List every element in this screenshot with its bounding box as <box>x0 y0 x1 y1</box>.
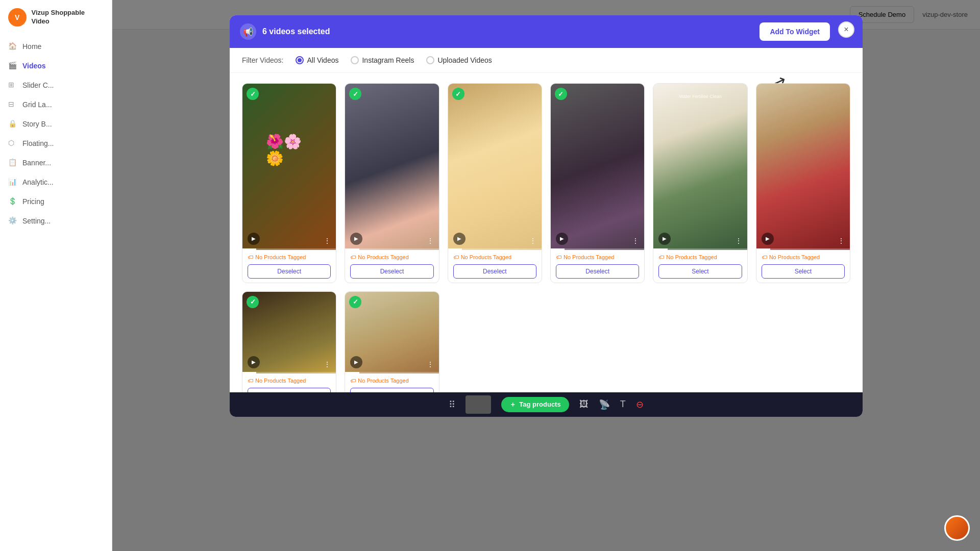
sidebar-item-pricing[interactable]: 💲 Pricing <box>0 192 112 211</box>
sidebar-label-floating: Floating... <box>22 139 54 147</box>
sidebar-item-banner[interactable]: 📋 Banner... <box>0 153 112 172</box>
radio-reels-circle <box>351 56 359 64</box>
filter-uploaded-videos[interactable]: Uploaded Videos <box>426 56 492 64</box>
thumbnail-preview <box>465 395 491 414</box>
tag-products-label: Tag products <box>519 400 560 408</box>
progress-3 <box>448 248 542 250</box>
more-btn-1[interactable]: ⋮ <box>324 237 331 245</box>
video-card-7: ✓ ▶ ⋮ 🏷 No Products Tagged <box>242 291 336 407</box>
tag-icon-3: 🏷 <box>453 254 459 260</box>
no-products-2: 🏷 No Products Tagged <box>350 254 433 260</box>
grid-icon: ⊟ <box>8 100 17 109</box>
sidebar-item-grid[interactable]: ⊟ Grid La... <box>0 95 112 114</box>
floating-icon: ⬡ <box>8 139 17 148</box>
select-btn-6[interactable]: Select <box>762 264 845 279</box>
overlay-text-5: Water Fertilise Clean <box>679 94 722 99</box>
video-footer-1: 🏷 No Products Tagged Deselect <box>242 250 336 283</box>
image-icon-bottom[interactable]: 🖼 <box>579 399 589 410</box>
play-btn-8[interactable]: ▶ <box>350 356 362 368</box>
deselect-btn-3[interactable]: Deselect <box>453 264 536 279</box>
filter-all-videos[interactable]: All Videos <box>296 56 338 64</box>
sidebar-item-analytics[interactable]: 📊 Analytic... <box>0 172 112 192</box>
more-btn-7[interactable]: ⋮ <box>324 360 331 368</box>
progress-fill-3 <box>448 248 462 250</box>
video-footer-2: 🏷 No Products Tagged Deselect <box>345 250 438 283</box>
tag-products-button[interactable]: ＋ Tag products <box>501 397 569 412</box>
check-badge-3: ✓ <box>452 88 464 100</box>
radio-all-inner <box>298 58 302 62</box>
modal-close-button[interactable]: × <box>838 21 854 38</box>
video-thumb-1: ✓ ▶ ⋮ <box>242 84 336 250</box>
no-products-label-2: No Products Tagged <box>358 254 408 260</box>
filter-instagram-reels[interactable]: Instagram Reels <box>351 56 414 64</box>
no-products-1: 🏷 No Products Tagged <box>248 254 331 260</box>
video-card-5: Water Fertilise Clean ▶ ⋮ 🏷 No <box>653 83 747 283</box>
check-badge-7: ✓ <box>247 296 259 308</box>
sidebar-item-story[interactable]: 🔒 Story B... <box>0 114 112 134</box>
select-btn-5[interactable]: Select <box>658 264 742 279</box>
sidebar-item-videos[interactable]: 🎬 Videos <box>0 56 112 76</box>
tag-icon-7: 🏷 <box>248 378 253 384</box>
text-icon-bottom[interactable]: T <box>620 399 626 410</box>
sidebar-item-floating[interactable]: ⬡ Floating... <box>0 134 112 153</box>
video-thumb-6: ▶ ⋮ <box>756 84 850 250</box>
sidebar-item-settings[interactable]: ⚙️ Setting... <box>0 211 112 231</box>
no-products-label-7: No Products Tagged <box>255 378 306 384</box>
more-btn-8[interactable]: ⋮ <box>427 360 434 368</box>
play-btn-3[interactable]: ▶ <box>453 233 465 245</box>
sidebar-label-banner: Banner... <box>22 159 51 167</box>
main-content: Schedule Demo vizup-dev-store × 📢 6 vide… <box>112 0 980 551</box>
home-icon: 🏠 <box>8 42 17 51</box>
play-btn-2[interactable]: ▶ <box>350 233 362 245</box>
grid-icon-bottom[interactable]: ⠿ <box>449 399 455 410</box>
delete-icon-bottom[interactable]: ⊖ <box>636 399 644 410</box>
progress-fill-6 <box>756 248 770 250</box>
app-logo: V Vizup Shoppable Video <box>0 8 112 37</box>
deselect-btn-4[interactable]: Deselect <box>556 264 639 279</box>
check-badge-1: ✓ <box>247 88 259 100</box>
play-btn-4[interactable]: ▶ <box>556 233 568 245</box>
signal-icon-bottom[interactable]: 📡 <box>599 399 610 410</box>
video-card-4: ✓ ▶ ⋮ 🏷 No Products Tagged <box>550 83 645 283</box>
tag-icon-5: 🏷 <box>658 254 664 260</box>
play-btn-5[interactable]: ▶ <box>658 233 671 245</box>
selection-count-text: 6 videos selected <box>262 27 330 36</box>
video-card-6: ▶ ⋮ 🏷 No Products Tagged <box>756 83 850 283</box>
play-btn-1[interactable]: ▶ <box>248 233 260 245</box>
play-btn-6[interactable]: ▶ <box>762 233 774 245</box>
tag-icon-2: 🏷 <box>350 254 356 260</box>
more-btn-2[interactable]: ⋮ <box>427 237 434 245</box>
no-products-5: 🏷 No Products Tagged <box>658 254 742 260</box>
tag-icon-6: 🏷 <box>762 254 767 260</box>
more-btn-6[interactable]: ⋮ <box>838 237 845 245</box>
tag-icon-4: 🏷 <box>556 254 561 260</box>
deselect-btn-2[interactable]: Deselect <box>350 264 433 279</box>
selection-banner: 📢 6 videos selected Add To Widget × <box>230 15 863 48</box>
settings-icon: ⚙️ <box>8 216 17 226</box>
deselect-btn-1[interactable]: Deselect <box>248 264 331 279</box>
radio-uploaded-circle <box>426 56 434 64</box>
banner-icon: 📋 <box>8 158 17 167</box>
sidebar-item-home[interactable]: 🏠 Home <box>0 37 112 56</box>
sidebar-item-slider[interactable]: ⊞ Slider C... <box>0 76 112 95</box>
story-icon: 🔒 <box>8 119 17 129</box>
videos-grid-wrapper: ✓ ▶ ⋮ 🏷 No Products Tagged <box>230 73 863 417</box>
videos-grid: ✓ ▶ ⋮ 🏷 No Products Tagged <box>242 83 850 407</box>
filter-reels-label: Instagram Reels <box>362 56 414 64</box>
video-thumb-7: ✓ ▶ ⋮ <box>242 292 336 373</box>
video-thumb-4: ✓ ▶ ⋮ <box>551 84 644 250</box>
more-btn-5[interactable]: ⋮ <box>735 237 742 245</box>
user-avatar <box>944 515 970 541</box>
filter-row: Filter Videos: All Videos Instagram Reel… <box>230 48 863 73</box>
more-btn-3[interactable]: ⋮ <box>529 237 536 245</box>
video-thumb-2: ✓ ▶ ⋮ <box>345 84 438 250</box>
play-btn-7[interactable]: ▶ <box>248 356 260 368</box>
no-products-4: 🏷 No Products Tagged <box>556 254 639 260</box>
tag-icon-1: 🏷 <box>248 254 253 260</box>
add-to-widget-button[interactable]: Add To Widget <box>760 22 830 41</box>
megaphone-icon: 📢 <box>240 23 256 40</box>
video-thumb-8: ✓ ▶ ⋮ <box>345 292 438 373</box>
progress-fill-7 <box>242 372 256 373</box>
more-btn-4[interactable]: ⋮ <box>632 237 639 245</box>
banner-left: 📢 6 videos selected <box>240 23 330 40</box>
